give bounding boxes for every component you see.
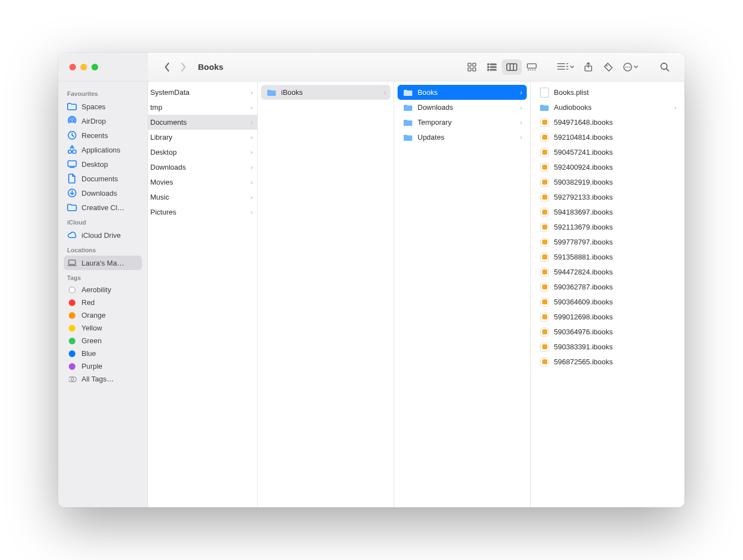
- folder-item[interactable]: Books›: [398, 85, 527, 100]
- chevron-right-icon: ›: [251, 148, 253, 156]
- sidebar-item-blue[interactable]: Blue: [64, 347, 142, 360]
- folder-item[interactable]: tmp›: [148, 100, 257, 115]
- column-browser: SystemData›tmp›Documents›Library›Desktop…: [148, 82, 685, 507]
- window-controls: [58, 53, 148, 81]
- search-button[interactable]: [655, 59, 675, 75]
- svg-rect-2: [468, 68, 471, 71]
- sidebar-item-laura-s-ma[interactable]: Laura's Ma…: [64, 256, 142, 270]
- item-name: Downloads: [418, 103, 520, 111]
- chevron-right-icon: ›: [384, 88, 386, 96]
- svg-rect-23: [566, 69, 568, 69]
- chevron-right-icon: ›: [251, 88, 253, 96]
- folder-item[interactable]: iBooks›: [261, 85, 390, 100]
- sidebar-item-yellow[interactable]: Yellow: [64, 322, 142, 334]
- chevron-right-icon: ›: [251, 133, 253, 141]
- folder-item[interactable]: Music›: [148, 190, 257, 205]
- ibooks-file-icon: [540, 147, 549, 157]
- file-item[interactable]: 592400924.ibooks: [534, 160, 681, 175]
- item-name: Music: [150, 193, 251, 201]
- item-name: 599012698.ibooks: [554, 313, 676, 321]
- folder-item[interactable]: Downloads›: [398, 100, 527, 115]
- folder-item[interactable]: Audiobooks›: [534, 100, 681, 115]
- file-item[interactable]: 590382919.ibooks: [534, 175, 681, 190]
- file-item[interactable]: 592104814.ibooks: [534, 130, 681, 145]
- chevron-right-icon: ›: [674, 103, 676, 111]
- sidebar-item-airdrop[interactable]: AirDrop: [64, 114, 142, 128]
- finder-window: Books: [58, 53, 685, 507]
- sidebar-item-label: Creative Cl…: [82, 203, 124, 212]
- sidebar-item-creative-cl[interactable]: Creative Cl…: [64, 200, 142, 215]
- document-icon: [540, 88, 549, 98]
- file-item[interactable]: 592113679.ibooks: [534, 220, 681, 235]
- sidebar-item-documents[interactable]: Documents: [64, 171, 142, 186]
- file-item[interactable]: 594971648.ibooks: [534, 115, 681, 130]
- ibooks-file-icon: [540, 118, 549, 128]
- sidebar-item-orange[interactable]: Orange: [64, 309, 142, 322]
- file-item[interactable]: 594183697.ibooks: [534, 205, 681, 220]
- forward-button[interactable]: [180, 62, 187, 72]
- file-item[interactable]: 590364976.ibooks: [534, 324, 681, 339]
- folder-icon: [540, 103, 549, 113]
- file-item[interactable]: 592792133.ibooks: [534, 190, 681, 205]
- sidebar-item-icloud-drive[interactable]: iCloud Drive: [64, 228, 142, 242]
- file-item[interactable]: 596872565.ibooks: [534, 354, 681, 369]
- sidebar-item-label: Recents: [82, 131, 108, 140]
- back-button[interactable]: [164, 62, 170, 72]
- group-by-button[interactable]: [553, 59, 578, 75]
- sidebar-item-spaces[interactable]: Spaces: [64, 99, 142, 114]
- file-item[interactable]: 590362787.ibooks: [534, 279, 681, 294]
- view-list-button[interactable]: [482, 59, 502, 75]
- sidebar-item-purple[interactable]: Purple: [64, 360, 142, 373]
- sidebar-item-aerobility[interactable]: Aerobility: [64, 283, 142, 296]
- zoom-window-button[interactable]: [91, 64, 98, 70]
- sidebar-item-label: Desktop: [82, 160, 108, 169]
- folder-item[interactable]: SystemData›: [148, 85, 257, 100]
- svg-rect-19: [566, 63, 568, 64]
- svg-rect-14: [528, 69, 529, 70]
- sidebar-item-red[interactable]: Red: [64, 296, 142, 309]
- folder-item[interactable]: Downloads›: [148, 160, 257, 175]
- sidebar-item-all-tags[interactable]: All Tags…: [64, 373, 142, 385]
- ibooks-file-icon: [540, 342, 549, 352]
- ibooks-file-icon: [540, 237, 549, 247]
- view-icon-button[interactable]: [462, 59, 482, 75]
- folder-item[interactable]: Movies›: [148, 175, 257, 190]
- sidebar-item-desktop[interactable]: Desktop: [64, 157, 142, 171]
- view-mode-group: [462, 59, 542, 75]
- file-item[interactable]: 590364609.ibooks: [534, 294, 681, 309]
- share-button[interactable]: [578, 59, 598, 75]
- sidebar-item-green[interactable]: Green: [64, 334, 142, 347]
- close-window-button[interactable]: [69, 64, 76, 70]
- ibooks-file-icon: [540, 357, 549, 367]
- sidebar-item-recents[interactable]: Recents: [64, 128, 142, 142]
- window-body: FavouritesSpacesAirDropRecentsApplicatio…: [58, 82, 685, 507]
- folder-item[interactable]: Temporary›: [398, 115, 527, 130]
- sidebar-item-downloads[interactable]: Downloads: [64, 186, 142, 200]
- ibooks-file-icon: [540, 312, 549, 322]
- file-item[interactable]: 594472824.ibooks: [534, 264, 681, 279]
- file-item[interactable]: 591358881.ibooks: [534, 250, 681, 264]
- window-title: Books: [198, 62, 223, 72]
- column-2: Books›Downloads›Temporary›Updates›: [394, 82, 531, 507]
- sidebar-item-applications[interactable]: Applications: [64, 142, 142, 157]
- file-item[interactable]: Books.plist: [534, 85, 681, 100]
- minimize-window-button[interactable]: [80, 64, 87, 70]
- nav-group: [164, 62, 187, 72]
- folder-item[interactable]: Pictures›: [148, 205, 257, 220]
- file-item[interactable]: 590457241.ibooks: [534, 145, 681, 160]
- svg-rect-35: [73, 150, 76, 154]
- sidebar-item-label: Orange: [82, 311, 105, 319]
- folder-item[interactable]: Desktop›: [148, 145, 257, 160]
- file-item[interactable]: 599778797.ibooks: [534, 235, 681, 250]
- svg-rect-36: [68, 161, 77, 166]
- view-gallery-button[interactable]: [522, 59, 542, 75]
- tags-button[interactable]: [598, 59, 618, 75]
- folder-item[interactable]: Updates›: [398, 130, 527, 145]
- file-item[interactable]: 590383391.ibooks: [534, 339, 681, 354]
- action-menu-button[interactable]: [618, 59, 644, 75]
- folder-item[interactable]: Library›: [148, 130, 257, 145]
- folder-item[interactable]: Documents›: [148, 115, 257, 130]
- view-column-button[interactable]: [502, 59, 522, 75]
- file-item[interactable]: 599012698.ibooks: [534, 309, 681, 324]
- item-name: 590364976.ibooks: [554, 328, 676, 336]
